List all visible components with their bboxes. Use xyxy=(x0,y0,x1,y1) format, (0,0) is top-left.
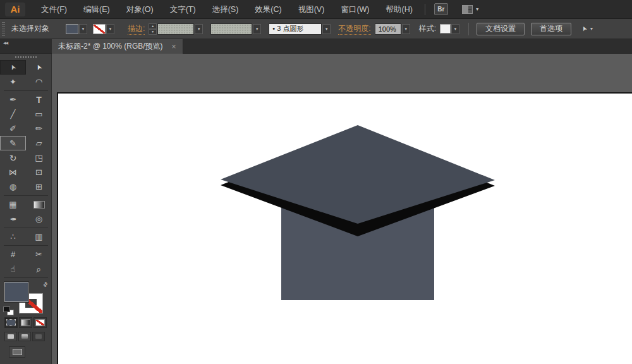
blend-tool[interactable]: ◎ xyxy=(26,212,52,226)
width-icon: ⋈ xyxy=(9,168,17,176)
style-swatch[interactable] xyxy=(440,24,451,33)
document-tab[interactable]: 未标题-2* @ 100% (RGB/预览) × xyxy=(52,39,183,54)
free-transform-tool[interactable]: ⊡ xyxy=(26,165,52,179)
menu-window[interactable]: 窗口(W) xyxy=(332,0,377,19)
eyedropper-icon: ✒ xyxy=(9,215,16,223)
slice-icon: ✂ xyxy=(35,250,42,258)
menu-file[interactable]: 文件(F) xyxy=(33,0,75,19)
select-similar-control[interactable]: ➤ ▼ xyxy=(581,25,593,32)
brush-definition-field[interactable]: • 3 点圆形 xyxy=(269,23,322,35)
bridge-button[interactable]: Br xyxy=(434,3,448,15)
tab-close-icon[interactable]: × xyxy=(172,43,176,51)
toolbar-separator xyxy=(0,89,52,92)
menubar-separator xyxy=(425,4,425,15)
style-dropdown[interactable]: ▼ xyxy=(451,24,459,34)
mesh-icon: ▦ xyxy=(9,200,16,209)
menu-type[interactable]: 文字(T) xyxy=(162,0,204,19)
none-mode-button[interactable] xyxy=(33,317,47,328)
line-segment-icon: ╱ xyxy=(11,110,16,118)
slice-tool[interactable]: ✂ xyxy=(26,247,52,262)
type-tool[interactable]: T xyxy=(26,92,52,107)
shape-builder-icon: ◍ xyxy=(9,183,16,191)
menu-effect[interactable]: 效果(C) xyxy=(246,0,289,19)
stroke-weight-stepper[interactable]: ▲ ▼ xyxy=(149,23,157,35)
color-mode-button[interactable] xyxy=(4,317,18,328)
gradient-mode-icon xyxy=(21,319,30,326)
column-graph-icon: ▥ xyxy=(35,233,42,241)
toolbar-collapse-button[interactable]: ◀◀ xyxy=(0,39,52,53)
lasso-icon: ◠ xyxy=(35,78,42,86)
direct-selection-tool[interactable]: ➤ xyxy=(26,60,52,75)
magic-wand-tool[interactable]: ✦ xyxy=(0,75,26,89)
document-setup-button[interactable]: 文档设置 xyxy=(477,23,525,35)
gradient-mode-button[interactable] xyxy=(19,317,32,328)
artboard-tool[interactable]: # xyxy=(0,247,26,262)
rotate-tool[interactable]: ↻ xyxy=(0,150,26,165)
opacity-field[interactable]: 100% xyxy=(375,23,401,35)
fill-color-dropdown[interactable]: ▼ xyxy=(79,24,87,34)
stepper-down-icon[interactable]: ▼ xyxy=(149,29,157,35)
gradient-tool[interactable] xyxy=(26,197,52,212)
direct-selection-icon: ➤ xyxy=(35,63,44,71)
hand-icon: ☝ xyxy=(11,265,16,273)
toolbar-separator xyxy=(0,194,52,197)
zoom-tool[interactable]: ⌕ xyxy=(26,262,52,276)
stroke-color-dropdown[interactable]: ▼ xyxy=(106,24,114,34)
brush-definition-dropdown[interactable]: ▼ xyxy=(322,24,331,34)
shape-builder-tool[interactable]: ◍ xyxy=(0,179,26,194)
line-segment-tool[interactable]: ╱ xyxy=(0,107,26,121)
menu-select[interactable]: 选择(S) xyxy=(204,0,247,19)
hand-tool[interactable]: ☝ xyxy=(0,262,26,276)
rectangle-tool[interactable]: ▭ xyxy=(26,107,52,121)
default-fill-stroke-icon[interactable] xyxy=(3,306,14,315)
draw-behind-button[interactable] xyxy=(18,332,31,341)
mesh-tool[interactable]: ▦ xyxy=(0,197,26,212)
selection-tool[interactable]: ➤ xyxy=(0,60,26,75)
menu-view[interactable]: 视图(V) xyxy=(290,0,333,19)
menu-edit[interactable]: 编辑(E) xyxy=(75,0,118,19)
eraser-tool[interactable]: ▱ xyxy=(26,136,52,150)
canvas-area[interactable] xyxy=(52,54,632,364)
opacity-dropdown[interactable]: ▼ xyxy=(402,24,410,34)
screen-mode-button[interactable] xyxy=(9,346,25,358)
menu-object[interactable]: 对象(O) xyxy=(118,0,162,19)
width-tool[interactable]: ⋈ xyxy=(0,165,26,179)
fill-color-swatch[interactable] xyxy=(66,24,78,34)
draw-normal-button[interactable] xyxy=(4,332,17,341)
perspective-grid-tool[interactable]: ⊞ xyxy=(26,179,52,194)
eyedropper-tool[interactable]: ✒ xyxy=(0,212,26,226)
stroke-color-swatch[interactable] xyxy=(93,24,106,34)
draw-inside-button[interactable] xyxy=(32,332,45,341)
menu-help[interactable]: 帮助(H) xyxy=(378,0,421,19)
control-bar-grip[interactable] xyxy=(2,22,5,36)
gradient-icon xyxy=(33,201,45,209)
artwork-svg xyxy=(58,94,632,364)
magic-wand-icon: ✦ xyxy=(9,78,16,86)
swap-fill-stroke-icon[interactable]: ⇄ xyxy=(42,281,49,288)
cap-board[interactable] xyxy=(221,125,495,224)
stroke-weight-field[interactable] xyxy=(157,23,194,35)
opacity-panel-link[interactable]: 不透明度: xyxy=(338,23,370,35)
chevron-down-icon: ▼ xyxy=(589,27,593,31)
toolbar-grip[interactable] xyxy=(15,56,37,58)
stepper-up-icon[interactable]: ▲ xyxy=(149,23,157,29)
free-transform-icon: ⊡ xyxy=(35,168,42,176)
blob-brush-tool[interactable]: ✎ xyxy=(0,136,26,150)
width-profile-dropdown[interactable]: ▼ xyxy=(253,24,261,34)
workspace-switcher[interactable]: ▼ xyxy=(462,5,480,14)
pencil-tool[interactable]: ✏ xyxy=(26,121,52,136)
fill-indicator[interactable] xyxy=(4,282,28,302)
paintbrush-tool[interactable]: ✐ xyxy=(0,121,26,136)
column-graph-tool[interactable]: ▥ xyxy=(26,229,52,244)
preferences-button[interactable]: 首选项 xyxy=(531,23,571,35)
symbol-sprayer-tool[interactable]: ∴ xyxy=(0,229,26,244)
lasso-tool[interactable]: ◠ xyxy=(26,75,52,89)
scale-icon: ◳ xyxy=(35,154,42,162)
width-profile-field[interactable] xyxy=(210,23,252,35)
pen-tool[interactable]: ✒ xyxy=(0,92,26,107)
toolbar-separator xyxy=(0,276,52,279)
scale-tool[interactable]: ◳ xyxy=(26,150,52,165)
stroke-weight-dropdown[interactable]: ▼ xyxy=(195,24,203,34)
stroke-panel-link[interactable]: 描边: xyxy=(128,23,145,35)
artboard-icon: # xyxy=(11,250,15,258)
